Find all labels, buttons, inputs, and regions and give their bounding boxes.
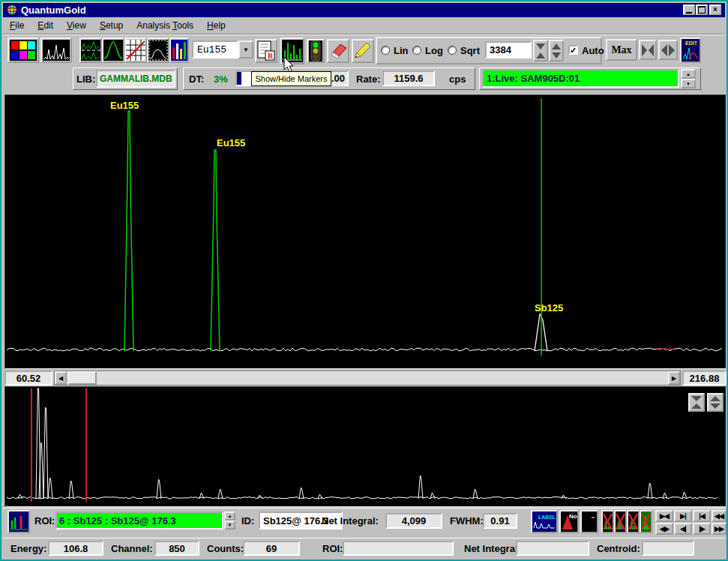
scale-log-radio[interactable]	[412, 46, 421, 55]
auto-label: Auto	[582, 45, 604, 56]
delete-roi-icon	[603, 512, 613, 532]
menu-help[interactable]: Help	[200, 18, 232, 33]
status-up-button[interactable]: ▲	[681, 69, 696, 79]
menu-file[interactable]: File	[3, 18, 31, 33]
arrows-inward-icon	[641, 43, 655, 58]
vscale-compress-button[interactable]	[533, 40, 548, 62]
roi-field[interactable]: 6 : Sb125 : Sb125@ 176.3	[55, 512, 223, 530]
minimize-button[interactable]	[683, 4, 695, 15]
report-icon: R	[256, 40, 276, 62]
auto-checkbox[interactable]: ✓	[568, 45, 578, 55]
acquisition-status-field[interactable]: 1:Live: SAM905D:01	[482, 69, 679, 88]
peak-fit-button[interactable]	[102, 38, 124, 63]
menu-edit[interactable]: Edit	[31, 18, 60, 33]
nav-peak-outward-button[interactable]: ◀▶	[655, 523, 673, 535]
nav-outward-icon: ◀▶	[660, 525, 669, 532]
scale-sqrt-radio[interactable]	[448, 46, 457, 55]
scrollbar-thumb[interactable]	[68, 371, 97, 385]
menu-view[interactable]: View	[60, 18, 93, 33]
edit-spectrum-icon: EDIT	[682, 39, 700, 62]
delete-roi-button-4[interactable]	[640, 510, 652, 533]
down-arrow-icon: ▼	[686, 82, 691, 86]
nuclide-dropdown-value[interactable]: Eu155	[192, 40, 238, 58]
net-integral-field: 4,099	[385, 513, 442, 529]
close-button[interactable]: ×	[709, 4, 721, 15]
report-button[interactable]: R	[255, 39, 277, 63]
library-field[interactable]: GAMMALIB.MDB	[96, 70, 175, 88]
pencil-icon	[353, 40, 373, 62]
scroll-left-button[interactable]: ◀	[55, 371, 67, 385]
nav-fast-right-button[interactable]: ▶▶	[712, 523, 727, 535]
overview-compress-button[interactable]	[688, 393, 705, 412]
overview-spectrum-panel[interactable]	[4, 386, 727, 507]
svg-text:Eu155: Eu155	[110, 100, 139, 111]
no-peak-icon: No	[561, 512, 577, 532]
nav-next-roi-end-button[interactable]: ▶|	[674, 510, 692, 522]
calibration-icon	[126, 40, 145, 61]
overview-spectrum-chart	[5, 387, 726, 506]
nav-left-step-button[interactable]: ◀|	[674, 523, 692, 535]
nuclide-dropdown-button[interactable]: ▼	[238, 40, 253, 58]
svg-text:Eu155: Eu155	[217, 137, 245, 148]
scale-lin-radio[interactable]	[381, 46, 390, 55]
title-bar[interactable]: QuantumGold ×	[3, 3, 725, 17]
rate-label: Rate:	[356, 74, 381, 85]
erase-button[interactable]	[327, 39, 349, 63]
main-spectrum-panel[interactable]: Eu155Eu155Sb125	[4, 94, 727, 369]
delete-roi-button-3[interactable]	[627, 510, 640, 533]
rate-units-label: cps	[449, 74, 466, 85]
nav-fast-left-button[interactable]: ◀◀	[712, 510, 727, 522]
overview-expand-button[interactable]	[707, 393, 724, 412]
no-peak-button[interactable]: No	[559, 510, 579, 533]
calibration-button[interactable]	[124, 38, 147, 63]
expand-vertical-icon	[709, 395, 721, 410]
max-button[interactable]: Max	[606, 39, 637, 61]
clear-display-button[interactable]	[580, 510, 598, 533]
full-scale-input[interactable]: 3384	[485, 41, 532, 58]
mouse-cursor	[282, 57, 294, 75]
scroll-right-button[interactable]: ▶	[668, 371, 680, 385]
vscale-expand-button[interactable]	[549, 40, 564, 62]
status-down-button[interactable]: ▼	[681, 79, 696, 88]
hexpand-button[interactable]	[658, 40, 678, 60]
nav-inward-icon: ▶◀	[660, 512, 669, 520]
nav-prev-roi-end-button[interactable]: |◀	[693, 510, 711, 522]
svg-text:EDIT: EDIT	[685, 40, 698, 46]
palette-button[interactable]	[7, 38, 39, 63]
acquisition-start-stop-button[interactable]	[307, 39, 325, 63]
svg-text:LABEL: LABEL	[538, 514, 556, 520]
menu-analysis-tools[interactable]: Analysis Tools	[130, 18, 200, 33]
split-spectra-button[interactable]	[79, 38, 102, 63]
up-arrow-icon: ▲	[228, 514, 232, 518]
net-integral-label: Net Integral:	[322, 515, 379, 526]
menu-separator	[3, 34, 725, 35]
menu-setup[interactable]: Setup	[93, 18, 130, 33]
annotate-button[interactable]	[352, 39, 374, 63]
delete-roi-button-1[interactable]	[601, 510, 614, 533]
roi-down-button[interactable]: ▼	[224, 520, 235, 530]
edit-spectrum-button[interactable]: EDIT	[680, 38, 701, 63]
nav-right-step-button[interactable]: |▶	[693, 523, 711, 535]
svg-text:No: No	[569, 513, 577, 520]
left-arrow-icon: ◀	[58, 375, 63, 382]
spectrum-scrollbar[interactable]: ◀ ▶	[54, 370, 681, 386]
spectrum-display-button[interactable]	[40, 38, 72, 63]
maximize-button[interactable]	[696, 4, 708, 15]
deadtime-label: DT:	[189, 74, 204, 85]
menu-bar: File Edit View Setup Analysis Tools Help	[3, 17, 725, 34]
roi-up-button[interactable]: ▲	[224, 512, 235, 520]
label-peaks-button[interactable]: LABEL	[531, 510, 558, 533]
delete-roi-icon	[641, 512, 651, 532]
app-window: QuantumGold × File Edit View Setup Analy…	[0, 0, 728, 561]
smooth-spectrum-button[interactable]	[147, 38, 169, 63]
counts-label: Counts:	[207, 543, 244, 554]
compare-spectra-button[interactable]	[169, 38, 189, 63]
nav-peak-inward-button[interactable]: ▶◀	[655, 510, 673, 522]
chevron-down-icon: ▼	[243, 46, 249, 53]
delete-roi-button-2[interactable]	[614, 510, 627, 533]
close-icon: ×	[713, 6, 718, 14]
hcompress-button[interactable]	[639, 40, 657, 60]
energy-field: 106.8	[48, 541, 103, 556]
roi-histogram-icon	[9, 512, 28, 532]
roi-display-button[interactable]	[7, 510, 30, 533]
